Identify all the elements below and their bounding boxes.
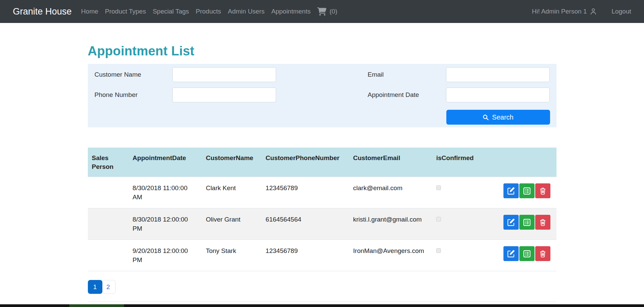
sales-person-cell [88, 240, 129, 271]
details-button[interactable] [519, 246, 535, 261]
cart-link[interactable]: (0) [314, 7, 341, 16]
customer-email-cell: kristi.l.grant@gmail.com [349, 208, 432, 240]
page-title: Appointment List [88, 44, 556, 58]
top-navbar: Granite House Home Product Types Special… [0, 0, 644, 23]
email-field-group: Email [322, 67, 556, 82]
appointment-date-label: Appointment Date [368, 91, 446, 99]
sales-person-cell [88, 208, 129, 240]
is-confirmed-checkbox[interactable] [436, 248, 441, 253]
customer-email-cell: clark@email.com [349, 177, 432, 208]
search-button[interactable]: Search [446, 110, 550, 125]
table-header-row: Sales Person AppointmentDate CustomerNam… [88, 148, 556, 177]
appointment-date-cell: 8/30/2018 11:00:00 AM [128, 177, 202, 208]
column-header-appointment-date: AppointmentDate [128, 148, 202, 177]
delete-button[interactable] [535, 246, 550, 261]
list-details-icon [523, 250, 531, 258]
customer-name-cell: Tony Stark [202, 240, 262, 271]
footer-divider [88, 302, 556, 302]
edit-pencil-square-icon [507, 218, 515, 227]
search-panel: Customer Name Email Phone Number Appoint… [88, 64, 556, 127]
greeting-text: Hi! Admin Person 1 [532, 8, 587, 15]
search-icon [482, 114, 489, 121]
is-confirmed-checkbox[interactable] [436, 185, 441, 190]
customer-email-cell: IronMan@Avengers.com [349, 240, 432, 271]
column-header-sales-person: Sales Person [88, 148, 129, 177]
edit-pencil-square-icon [507, 250, 515, 258]
main-container: Appointment List Customer Name Email Pho… [88, 44, 556, 302]
is-confirmed-checkbox[interactable] [436, 217, 441, 222]
list-details-icon [523, 187, 531, 195]
edit-button[interactable] [503, 215, 519, 230]
trash-icon [539, 187, 547, 195]
brand-link[interactable]: Granite House [13, 6, 72, 17]
customer-phone-cell: 6164564564 [262, 208, 349, 240]
logout-link[interactable]: Logout [612, 8, 631, 15]
nav-item-admin-users[interactable]: Admin Users [224, 8, 268, 15]
email-label: Email [368, 71, 446, 78]
nav-item-product-types[interactable]: Product Types [102, 8, 149, 15]
user-greeting-link[interactable]: Hi! Admin Person 1 [532, 7, 597, 16]
nav-item-appointments[interactable]: Appointments [268, 8, 314, 15]
is-confirmed-cell [432, 177, 478, 208]
nav-item-products[interactable]: Products [192, 8, 224, 15]
appointment-date-cell: 9/20/2018 12:00:00 PM [128, 240, 202, 271]
details-button[interactable] [519, 183, 535, 198]
trash-icon [539, 250, 547, 258]
actions-cell [478, 208, 556, 240]
is-confirmed-cell [432, 208, 478, 240]
is-confirmed-cell [432, 240, 478, 271]
nav-item-home[interactable]: Home [78, 8, 102, 15]
delete-button[interactable] [535, 215, 550, 230]
customer-name-label: Customer Name [95, 71, 172, 78]
nav-item-special-tags[interactable]: Special Tags [149, 8, 192, 15]
actions-cell [478, 240, 556, 271]
pagination: 1 2 [88, 280, 556, 294]
phone-number-field-group: Phone Number [88, 87, 322, 102]
table-row: 8/30/2018 12:00:00 PM Oliver Grant 61645… [88, 208, 556, 240]
column-header-is-confirmed: isConfirmed [432, 148, 478, 177]
edit-pencil-square-icon [507, 187, 515, 195]
phone-number-input[interactable] [172, 87, 276, 102]
column-header-customer-email: CustomerEmail [349, 148, 432, 177]
phone-number-label: Phone Number [95, 91, 172, 99]
trash-icon [539, 218, 547, 227]
actions-cell [478, 177, 556, 208]
column-header-customer-name: CustomerName [202, 148, 262, 177]
column-header-customer-phone: CustomerPhoneNumber [262, 148, 349, 177]
email-input[interactable] [446, 67, 550, 82]
table-row: 8/30/2018 11:00:00 AM Clark Kent 1234567… [88, 177, 556, 208]
customer-name-field-group: Customer Name [88, 67, 322, 82]
nav-links: Home Product Types Special Tags Products… [78, 7, 341, 16]
table-row: 9/20/2018 12:00:00 PM Tony Stark 1234567… [88, 240, 556, 271]
footer-accent [69, 304, 124, 307]
pagination-page-1[interactable]: 1 [88, 280, 102, 294]
customer-name-cell: Oliver Grant [202, 208, 262, 240]
appointments-table: Sales Person AppointmentDate CustomerNam… [88, 148, 556, 271]
sales-person-cell [88, 177, 129, 208]
appointment-date-cell: 8/30/2018 12:00:00 PM [128, 208, 202, 240]
person-icon [589, 7, 597, 16]
column-header-actions [478, 148, 556, 177]
customer-phone-cell: 123456789 [262, 240, 349, 271]
details-button[interactable] [519, 215, 535, 230]
customer-name-cell: Clark Kent [202, 177, 262, 208]
pagination-page-2[interactable]: 2 [101, 280, 116, 294]
cart-count: (0) [329, 8, 337, 15]
customer-phone-cell: 123456789 [262, 177, 349, 208]
appointment-date-field-group: Appointment Date [322, 87, 556, 102]
search-button-label: Search [492, 113, 513, 121]
footer-bar [0, 304, 644, 307]
shopping-cart-icon [317, 7, 326, 16]
edit-button[interactable] [503, 246, 519, 261]
edit-button[interactable] [503, 183, 519, 198]
customer-name-input[interactable] [172, 67, 276, 82]
list-details-icon [523, 218, 531, 227]
appointment-date-input[interactable] [446, 87, 550, 102]
delete-button[interactable] [535, 183, 550, 198]
